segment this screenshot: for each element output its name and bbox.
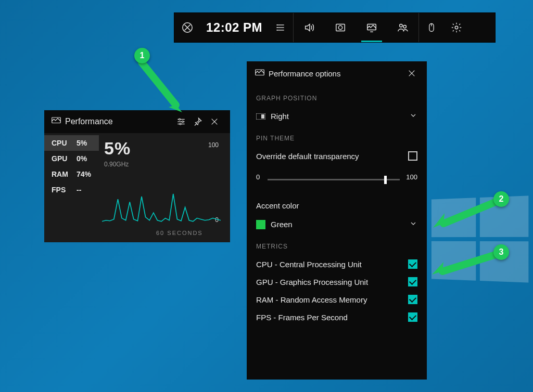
metric-toggle-fps[interactable]: FPS - Frames Per Second: [247, 308, 427, 326]
chart-area: 5% 0.90GHz 100 0 60 SECONDS: [99, 133, 230, 242]
svg-rect-29: [261, 114, 264, 119]
ram-checkbox[interactable]: [408, 295, 417, 304]
svg-point-12: [403, 25, 407, 28]
options-title: Performance options: [269, 69, 340, 78]
accent-color-select[interactable]: Green: [247, 215, 427, 233]
xbox-icon[interactable]: [174, 13, 200, 42]
accent-swatch: [256, 220, 265, 229]
svg-point-11: [400, 24, 403, 28]
x-axis-label: 60 SECONDS: [156, 230, 203, 236]
svg-point-6: [277, 30, 277, 31]
svg-point-22: [180, 123, 181, 125]
cpu-checkbox[interactable]: [408, 259, 417, 269]
metric-row-gpu[interactable]: GPU 0%: [44, 151, 99, 166]
audio-icon[interactable]: [294, 13, 325, 42]
performance-icon[interactable]: [356, 13, 387, 42]
metric-row-cpu[interactable]: CPU 5%: [44, 135, 99, 151]
svg-point-4: [277, 25, 277, 25]
big-percent-value: 5%: [104, 138, 219, 159]
svg-point-8: [338, 25, 342, 29]
svg-point-21: [182, 121, 184, 123]
performance-title: Performance: [65, 117, 113, 126]
performance-monitor-icon: [255, 69, 264, 78]
metric-row-fps[interactable]: FPS --: [44, 182, 99, 198]
metric-list: CPU 5% GPU 0% RAM 74% FPS --: [44, 133, 99, 242]
graph-position-label: GRAPH POSITION: [247, 85, 427, 107]
mouse-icon[interactable]: [419, 13, 444, 42]
svg-point-15: [455, 26, 458, 29]
pin-theme-label: PIN THEME: [247, 125, 427, 147]
callout-2: 2: [426, 191, 509, 238]
svg-line-34: [442, 254, 499, 271]
layout-right-icon: [256, 113, 268, 120]
y-axis-top: 100: [208, 141, 219, 149]
chevron-down-icon: [409, 219, 417, 229]
metric-toggle-cpu[interactable]: CPU - Central Processing Unit: [247, 255, 427, 273]
svg-line-32: [443, 201, 499, 224]
ghz-value: 0.90GHz: [104, 161, 219, 168]
chevron-down-icon: [409, 111, 417, 121]
slider-thumb[interactable]: [384, 176, 387, 184]
svg-rect-7: [336, 24, 345, 31]
widgets-menu-icon[interactable]: [268, 13, 293, 42]
performance-widget: Performance CPU 5% GPU 0% RAM 74%: [44, 110, 230, 242]
graph-position-select[interactable]: Right: [247, 107, 427, 125]
settings-icon[interactable]: [444, 13, 469, 42]
performance-options-panel: Performance options GRAPH POSITION Right…: [247, 61, 427, 380]
metric-toggle-ram[interactable]: RAM - Random Access Memory: [247, 291, 427, 308]
metrics-label: METRICS: [247, 233, 427, 255]
svg-line-30: [142, 62, 176, 105]
accent-color-label: Accent color: [247, 188, 427, 215]
close-icon[interactable]: [405, 67, 418, 80]
game-bar: 12:02 PM: [174, 12, 496, 43]
callout-3: 3: [426, 244, 509, 286]
svg-marker-31: [169, 105, 182, 112]
performance-monitor-icon: [52, 117, 61, 126]
override-transparency-row[interactable]: Override default transparency: [247, 147, 427, 165]
capture-icon[interactable]: [325, 13, 356, 42]
fps-checkbox[interactable]: [408, 312, 417, 322]
xbox-social-icon[interactable]: [387, 13, 418, 42]
override-transparency-checkbox[interactable]: [408, 151, 417, 161]
svg-point-5: [277, 28, 277, 28]
metric-row-ram[interactable]: RAM 74%: [44, 166, 99, 182]
metric-toggle-gpu[interactable]: GPU - Graphics Processing Unit: [247, 273, 427, 291]
callout-1: 1: [131, 48, 194, 121]
cpu-chart: [102, 169, 221, 224]
options-titlebar: Performance options: [247, 61, 427, 85]
close-icon[interactable]: [206, 113, 223, 130]
transparency-slider[interactable]: 0 100: [256, 174, 417, 185]
clock-time: 12:02 PM: [200, 13, 268, 42]
gpu-checkbox[interactable]: [408, 277, 417, 286]
